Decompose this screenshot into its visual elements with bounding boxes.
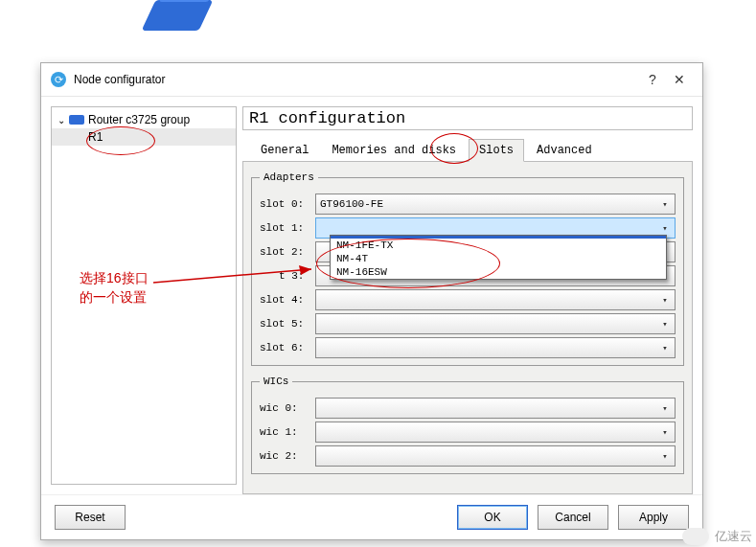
- slot5-combo[interactable]: ▾: [315, 313, 676, 334]
- chevron-down-icon[interactable]: ▾: [657, 448, 673, 464]
- tree-parent-row[interactable]: ⌄ Router c3725 group: [52, 111, 236, 128]
- cancel-button[interactable]: Cancel: [538, 505, 608, 530]
- wic1-label: wic 1:: [260, 426, 315, 438]
- wic0-label: wic 0:: [260, 402, 315, 414]
- apply-button[interactable]: Apply: [618, 505, 689, 530]
- chevron-down-icon[interactable]: ⌄: [57, 115, 65, 125]
- wics-group: WICs wic 0:▾ wic 1:▾ wic 2:▾: [251, 376, 684, 474]
- tab-general[interactable]: General: [250, 139, 319, 162]
- chevron-down-icon[interactable]: ▾: [657, 316, 673, 331]
- slot0-combo[interactable]: GT96100-FE▾: [315, 194, 676, 215]
- network-device-icon: [142, 0, 214, 31]
- slot0-label: slot 0:: [260, 198, 315, 210]
- wic2-combo[interactable]: ▾: [315, 445, 676, 467]
- router-icon: [69, 115, 84, 125]
- annotation-text: 选择16接口 的一个设置: [80, 268, 149, 307]
- dialog-buttons: Reset OK Cancel Apply: [41, 494, 702, 539]
- slot6-label: slot 6:: [260, 342, 315, 353]
- slot2-label: slot 2:: [260, 246, 315, 258]
- cloud-icon: [682, 528, 709, 545]
- chevron-down-icon[interactable]: ▾: [657, 196, 673, 212]
- wic2-label: wic 2:: [260, 450, 315, 462]
- slot4-combo[interactable]: ▾: [315, 289, 676, 310]
- slot3-label: t 3:: [260, 270, 315, 282]
- watermark: 亿速云: [682, 528, 752, 545]
- config-title: R1 configuration: [242, 106, 693, 130]
- slot1-label: slot 1:: [260, 222, 315, 234]
- dropdown-option[interactable]: NM-1FE-TX: [331, 239, 666, 252]
- wics-legend: WICs: [260, 376, 292, 387]
- tab-memories[interactable]: Memories and disks: [321, 139, 467, 162]
- tree-parent-label: Router c3725 group: [88, 113, 190, 126]
- chevron-down-icon[interactable]: ▾: [657, 220, 673, 236]
- wic1-combo[interactable]: ▾: [315, 422, 676, 443]
- wic0-combo[interactable]: ▾: [315, 398, 676, 419]
- slot5-label: slot 5:: [260, 318, 315, 330]
- dropdown-option[interactable]: NM-4T: [331, 252, 666, 265]
- tree-child-label: R1: [88, 130, 103, 144]
- ok-button[interactable]: OK: [457, 505, 528, 530]
- titlebar[interactable]: ⟳ Node configurator ? ✕: [41, 63, 702, 97]
- slot1-dropdown-popup[interactable]: NM-1FE-TX NM-4T NM-16ESW: [330, 235, 667, 280]
- chevron-down-icon[interactable]: ▾: [657, 400, 673, 416]
- slot6-combo[interactable]: ▾: [315, 337, 676, 358]
- app-icon: ⟳: [51, 72, 66, 87]
- window-title: Node configurator: [74, 73, 639, 86]
- help-button[interactable]: ?: [639, 72, 666, 87]
- close-button[interactable]: ✕: [666, 72, 693, 87]
- adapters-legend: Adapters: [260, 171, 318, 183]
- chevron-down-icon[interactable]: ▾: [657, 424, 673, 440]
- tab-panel-slots: Adapters slot 0:GT96100-FE▾ slot 1:▾ slo…: [242, 161, 693, 494]
- slot4-label: slot 4:: [260, 294, 315, 306]
- tab-slots[interactable]: Slots: [469, 139, 524, 162]
- tree-child-row[interactable]: R1: [52, 128, 236, 146]
- reset-button[interactable]: Reset: [55, 505, 126, 530]
- tabs: General Memories and disks Slots Advance…: [242, 138, 693, 161]
- dropdown-option[interactable]: NM-16ESW: [331, 265, 666, 279]
- chevron-down-icon[interactable]: ▾: [657, 340, 673, 355]
- tab-advanced[interactable]: Advanced: [526, 139, 603, 162]
- chevron-down-icon[interactable]: ▾: [657, 292, 673, 308]
